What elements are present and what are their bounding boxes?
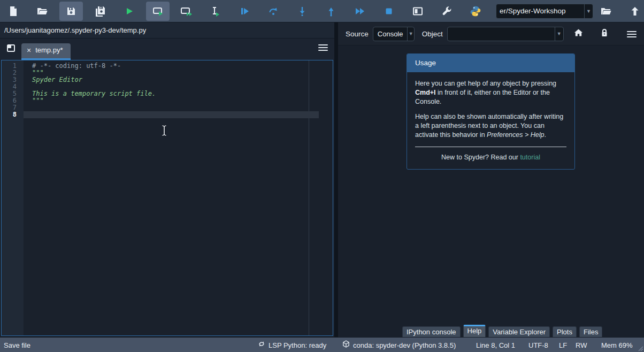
tab-variable-explorer[interactable]: Variable Explorer bbox=[488, 326, 550, 337]
run-cell-advance-icon bbox=[180, 6, 193, 17]
preferences-button[interactable] bbox=[435, 2, 458, 21]
tab-label: temp.py* bbox=[35, 46, 63, 54]
maximize-pane-button[interactable] bbox=[406, 2, 430, 21]
stop-icon bbox=[384, 6, 394, 17]
home-button[interactable] bbox=[573, 28, 584, 39]
step-return-button[interactable] bbox=[319, 2, 343, 21]
step-over-icon bbox=[268, 6, 279, 17]
spyder-window: er/Spyder-Workshop ▼ /Users/juanitagomez… bbox=[0, 0, 644, 352]
step-return-icon bbox=[326, 6, 336, 17]
editor-pane: /Users/juanitagomez/.spyder-py3-dev/temp… bbox=[0, 22, 334, 337]
source-label: Source bbox=[346, 30, 369, 38]
tab-help[interactable]: Help bbox=[463, 325, 486, 337]
tab-ipython-console[interactable]: IPython console bbox=[402, 326, 461, 337]
parent-directory-button[interactable] bbox=[623, 2, 644, 21]
usage-card: Usage Here you can get help of any objec… bbox=[407, 53, 575, 170]
save-all-icon bbox=[94, 6, 106, 17]
tab-temp-py[interactable]: × temp.py* bbox=[21, 43, 71, 60]
code-text bbox=[24, 111, 319, 118]
run-cell-icon bbox=[152, 6, 164, 17]
package-cube-icon bbox=[342, 338, 350, 352]
new-file-button[interactable] bbox=[2, 2, 25, 21]
open-folder-icon bbox=[36, 6, 48, 17]
help-tabs: IPython consoleHelpVariable ExplorerPlot… bbox=[338, 325, 644, 337]
help-pane: Source Console ▼ Object ▼ bbox=[338, 22, 644, 337]
divider bbox=[415, 147, 566, 147]
lsp-icon bbox=[258, 338, 265, 352]
browse-tabs-icon bbox=[6, 44, 16, 55]
object-combobox[interactable]: ▼ bbox=[447, 27, 564, 41]
save-file-button[interactable] bbox=[59, 2, 83, 21]
usage-footer: New to Spyder? Read our tutorial bbox=[415, 153, 566, 163]
continue-execution-button[interactable] bbox=[348, 2, 372, 21]
help-content: Usage Here you can get help of any objec… bbox=[338, 45, 644, 337]
save-all-button[interactable] bbox=[88, 2, 112, 21]
home-icon bbox=[574, 28, 583, 39]
line-number: 8 bbox=[2, 111, 24, 118]
source-value: Console bbox=[373, 30, 408, 38]
run-file-button[interactable] bbox=[117, 2, 141, 21]
help-toolbar: Source Console ▼ Object ▼ bbox=[338, 22, 644, 45]
python-logo-icon bbox=[470, 5, 481, 17]
lock-button[interactable] bbox=[599, 28, 610, 39]
stop-button[interactable] bbox=[377, 2, 401, 21]
usage-paragraph-2: Help can also be shown automatically aft… bbox=[415, 112, 566, 139]
tab-files[interactable]: Files bbox=[579, 326, 602, 337]
chevron-down-icon[interactable]: ▼ bbox=[584, 4, 593, 18]
cursor-position: Line 8, Col 1 bbox=[476, 338, 515, 352]
help-options-menu-icon[interactable] bbox=[627, 29, 637, 38]
code-text: """ bbox=[24, 97, 319, 104]
eol-indicator: LF bbox=[559, 338, 567, 352]
code-editor[interactable]: 1# -*- coding: utf-8 -*-2"""3Spyder Edit… bbox=[1, 60, 333, 336]
text-cursor-pointer bbox=[160, 124, 168, 139]
usage-paragraph-1: Here you can get help of any object by p… bbox=[415, 79, 566, 106]
code-line[interactable]: 6""" bbox=[2, 97, 333, 104]
code-line[interactable]: 3Spyder Editor bbox=[2, 76, 333, 83]
run-selection-icon bbox=[210, 6, 221, 17]
editor-options-menu-icon[interactable] bbox=[318, 43, 328, 51]
close-tab-icon[interactable]: × bbox=[27, 47, 31, 54]
code-text: Spyder Editor bbox=[24, 76, 319, 83]
lsp-status: LSP Python: ready bbox=[258, 338, 326, 352]
arrow-up-icon bbox=[630, 6, 640, 17]
code-line[interactable]: 1# -*- coding: utf-8 -*- bbox=[2, 63, 333, 70]
browse-working-directory-button[interactable] bbox=[594, 2, 618, 21]
chevron-down-icon[interactable]: ▼ bbox=[407, 27, 413, 41]
encoding-indicator: UTF-8 bbox=[528, 338, 548, 352]
code-lines: 1# -*- coding: utf-8 -*-2"""3Spyder Edit… bbox=[2, 60, 333, 118]
usage-title: Usage bbox=[407, 54, 574, 72]
tutorial-link[interactable]: tutorial bbox=[520, 154, 540, 161]
file-path-bar: /Users/juanitagomez/.spyder-py3-dev/temp… bbox=[0, 22, 334, 39]
step-into-button[interactable] bbox=[290, 2, 314, 21]
tab-plots[interactable]: Plots bbox=[553, 326, 577, 337]
browse-tabs-button[interactable] bbox=[5, 43, 17, 55]
step-over-button[interactable] bbox=[262, 2, 285, 21]
run-icon bbox=[124, 6, 134, 17]
open-file-button[interactable] bbox=[30, 2, 54, 21]
status-message: Save file bbox=[4, 338, 30, 352]
resize-grip[interactable] bbox=[637, 345, 643, 351]
working-directory-value: er/Spyder-Workshop bbox=[496, 7, 584, 15]
code-line[interactable]: 8 bbox=[2, 111, 333, 118]
status-bar: Save file LSP Python: ready conda: spyde… bbox=[0, 337, 644, 352]
step-into-icon bbox=[297, 6, 308, 17]
new-file-icon bbox=[8, 6, 19, 17]
chevron-down-icon[interactable]: ▼ bbox=[555, 27, 563, 41]
object-label: Object bbox=[422, 30, 443, 38]
python-environment-button[interactable] bbox=[464, 2, 487, 21]
debug-file-button[interactable] bbox=[233, 2, 256, 21]
memory-indicator: Mem 69% bbox=[601, 338, 633, 352]
pane-splitter[interactable] bbox=[334, 22, 338, 337]
code-line[interactable]: 7 bbox=[2, 104, 333, 111]
run-cell-button[interactable] bbox=[146, 2, 170, 21]
run-selection-button[interactable] bbox=[204, 2, 227, 21]
code-text: This is a temporary script file. bbox=[24, 90, 319, 97]
code-line[interactable]: 5This is a temporary script file. bbox=[2, 90, 333, 97]
fast-forward-icon bbox=[354, 6, 366, 17]
lock-icon bbox=[601, 28, 608, 39]
source-combobox[interactable]: Console ▼ bbox=[373, 27, 415, 41]
run-cell-and-advance-button[interactable] bbox=[175, 2, 198, 21]
folder-icon bbox=[600, 6, 612, 17]
save-icon bbox=[66, 6, 76, 17]
working-directory-combobox[interactable]: er/Spyder-Workshop ▼ bbox=[496, 4, 593, 19]
